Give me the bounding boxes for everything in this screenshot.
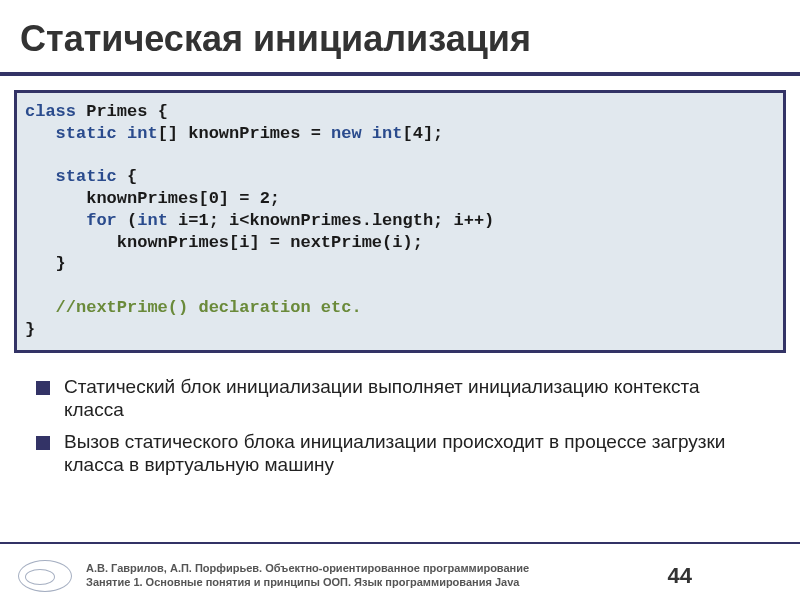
bullet-list: Статический блок инициализации выполняет…	[36, 375, 764, 476]
code-text: [] knownPrimes =	[158, 124, 331, 143]
code-text: (	[117, 211, 137, 230]
list-item: Вызов статического блока инициализации п…	[36, 430, 764, 476]
code-text: Primes {	[76, 102, 168, 121]
footer-divider	[0, 542, 800, 544]
footer-line: А.В. Гаврилов, А.П. Порфирьев. Объектно-…	[86, 562, 648, 576]
code-text: int	[137, 211, 168, 230]
footer-text: А.В. Гаврилов, А.П. Порфирьев. Объектно-…	[86, 562, 648, 590]
code-text: i=1; i<knownPrimes.length; i++)	[168, 211, 494, 230]
bullet-text: Вызов статического блока инициализации п…	[64, 430, 764, 476]
bullet-icon	[36, 436, 50, 450]
title-divider	[0, 72, 800, 76]
code-text: {	[117, 167, 137, 186]
footer-line: Занятие 1. Основные понятия и принципы О…	[86, 576, 648, 590]
footer: А.В. Гаврилов, А.П. Порфирьев. Объектно-…	[0, 560, 800, 592]
bullet-text: Статический блок инициализации выполняет…	[64, 375, 764, 421]
page-number: 44	[668, 563, 692, 589]
bullet-icon	[36, 381, 50, 395]
code-text: }	[25, 254, 66, 273]
code-text: class	[25, 102, 76, 121]
code-text: [4];	[402, 124, 443, 143]
code-text: }	[25, 320, 35, 339]
code-comment: //nextPrime() declaration etc.	[25, 298, 362, 317]
code-text: knownPrimes[i] = nextPrime(i);	[25, 233, 423, 252]
code-text: static	[25, 167, 117, 186]
code-text: knownPrimes[0] = 2;	[25, 189, 280, 208]
list-item: Статический блок инициализации выполняет…	[36, 375, 764, 421]
code-text: for	[25, 211, 117, 230]
slide-title: Статическая инициализация	[0, 0, 800, 72]
code-text: new int	[331, 124, 402, 143]
code-block: class Primes { static int[] knownPrimes …	[14, 90, 786, 353]
code-text: static int	[25, 124, 158, 143]
logo-icon	[18, 560, 72, 592]
